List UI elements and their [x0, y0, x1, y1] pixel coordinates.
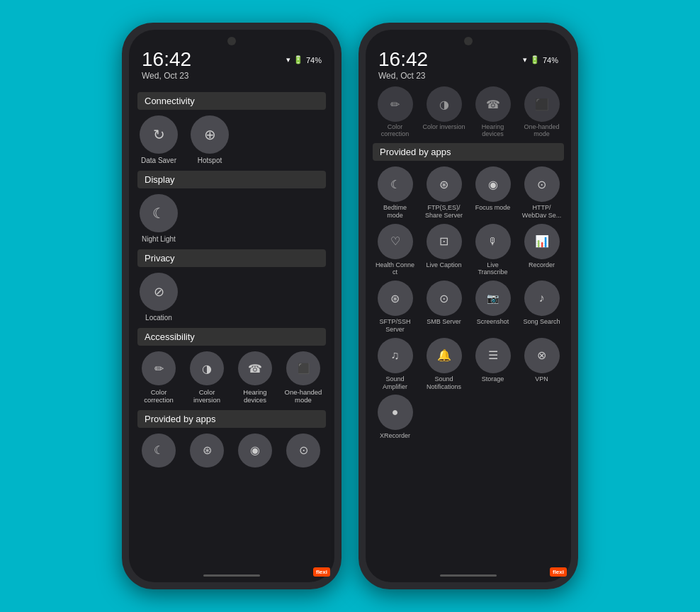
sound-notifications-icon[interactable]: 🔔 — [427, 338, 462, 373]
tile-sound-amplifier[interactable]: ♫ Sound Amplifier — [373, 338, 417, 391]
tile-one-handed-mode[interactable]: ⬛ One-handed mode — [282, 351, 324, 404]
xrecorder-icon[interactable]: ● — [378, 395, 413, 430]
tile-sound-notifications[interactable]: 🔔 Sound Notifications — [422, 338, 466, 391]
color-inversion-icon[interactable]: ◑ — [190, 351, 224, 385]
camera-notch — [227, 37, 236, 45]
tile-bedtime-mode[interactable]: ☾ Bedtime mode — [373, 166, 417, 220]
tile-hearing-devices[interactable]: ☎ Hearing devices — [234, 351, 276, 404]
xrecorder-label: XRecorder — [380, 432, 410, 440]
storage-icon[interactable]: ☰ — [475, 338, 511, 373]
data-saver-icon[interactable]: ↻ — [140, 115, 178, 154]
partial-tile-1[interactable]: ◑ Color inversion — [422, 86, 466, 137]
hearing-devices-icon[interactable]: ☎ — [238, 351, 272, 385]
tile-song-search[interactable]: ♪ Song Search — [519, 280, 564, 334]
sftp-ssh-label: SFTP/SSH Server — [375, 318, 416, 334]
partial-tile-3[interactable]: ⬛ One-handed mode — [519, 86, 564, 137]
sound-amplifier-label: Sound Amplifier — [375, 375, 416, 391]
tile-ftp-share-server[interactable]: ⊛ FTP(S,ES)/ Share Server — [422, 166, 466, 220]
tile-bedtime[interactable]: ☾ — [137, 434, 180, 468]
ftp-icon[interactable]: ⊛ — [190, 434, 224, 468]
one-handed-mode-icon[interactable]: ⬛ — [286, 351, 320, 385]
tile-night-light[interactable]: ☾ Night Light — [137, 194, 180, 244]
focus-mode-icon[interactable]: ◉ — [475, 166, 511, 202]
partial-tile-2[interactable]: ☎ Hearing devices — [470, 86, 515, 137]
tile-http[interactable]: ⊙ — [282, 434, 324, 468]
tile-color-inversion[interactable]: ◑ Color inversion — [186, 351, 228, 404]
song-search-icon[interactable]: ♪ — [524, 280, 560, 316]
tile-focus-mode[interactable]: ◉ Focus mode — [470, 166, 515, 220]
http-webdav-icon[interactable]: ⊙ — [524, 166, 560, 202]
live-caption-icon[interactable]: ⊡ — [427, 224, 462, 259]
bedtime-mode-label: Bedtime mode — [375, 204, 416, 220]
sftp-ssh-icon[interactable]: ⊛ — [378, 280, 413, 316]
storage-label: Storage — [482, 375, 504, 383]
night-light-icon[interactable]: ☾ — [140, 194, 178, 232]
partial-label-0: Color correction — [373, 123, 417, 137]
bedtime-icon[interactable]: ☾ — [142, 434, 176, 468]
app-tiles-grid: ☾ Bedtime mode ⊛ FTP(S,ES)/ Share Server… — [373, 166, 564, 440]
battery-icon: 🔋 — [293, 55, 303, 64]
tile-vpn[interactable]: ⊗ VPN — [519, 338, 564, 391]
section-display: Display — [137, 171, 326, 188]
left-flexi-badge: flexi — [313, 567, 330, 577]
ftp-share-icon[interactable]: ⊛ — [427, 166, 462, 202]
battery-pct: 74% — [306, 56, 322, 64]
screenshot-icon[interactable]: 📷 — [475, 280, 511, 316]
section-accessibility: Accessibility — [137, 328, 326, 346]
tile-health-connect[interactable]: ♡ Health Conne ct — [373, 224, 417, 277]
right-battery-pct: 74% — [543, 56, 558, 64]
ftp-share-label: FTP(S,ES)/ Share Server — [424, 204, 465, 220]
live-caption-label: Live Caption — [426, 261, 461, 269]
right-phone-screen: 16:42 Wed, Oct 23 ▾ 🔋 74% ✏ Color correc… — [366, 30, 571, 582]
sound-amplifier-icon[interactable]: ♫ — [378, 338, 413, 373]
tile-hotspot[interactable]: ⊕ Hotspot — [188, 115, 231, 165]
tile-recorder[interactable]: 📊 Recorder — [519, 224, 564, 277]
tile-storage[interactable]: ☰ Storage — [470, 338, 515, 391]
live-transcribe-icon[interactable]: 🎙 — [475, 224, 511, 259]
location-icon[interactable]: ⊘ — [140, 273, 178, 311]
right-scroll-content: ✏ Color correction ◑ Color inversion ☎ H… — [366, 84, 571, 572]
tile-xrecorder[interactable]: ● XRecorder — [373, 395, 417, 440]
partial-color-correction-icon[interactable]: ✏ — [378, 86, 413, 122]
health-connect-icon[interactable]: ♡ — [378, 224, 413, 259]
partial-label-2: Hearing devices — [470, 123, 515, 137]
partial-hearing-devices-icon[interactable]: ☎ — [475, 86, 511, 122]
tile-sftp-ssh[interactable]: ⊛ SFTP/SSH Server — [373, 280, 417, 334]
data-saver-label: Data Saver — [141, 157, 176, 165]
hotspot-icon[interactable]: ⊕ — [191, 115, 229, 154]
tile-focus[interactable]: ◉ — [234, 434, 276, 468]
tile-live-transcribe[interactable]: 🎙 Live Transcribe — [470, 224, 515, 277]
tile-ftp[interactable]: ⊛ — [186, 434, 228, 468]
wifi-icon: ▾ — [286, 55, 290, 64]
connectivity-tiles: ↻ Data Saver ⊕ Hotspot — [137, 115, 326, 165]
health-connect-label: Health Conne ct — [375, 261, 416, 277]
tile-location[interactable]: ⊘ Location — [137, 273, 180, 322]
color-correction-icon[interactable]: ✏ — [142, 351, 176, 385]
right-home-bar — [440, 574, 497, 577]
smb-server-icon[interactable]: ⊙ — [427, 280, 462, 316]
tile-http-webdav[interactable]: ⊙ HTTP/ WebDav Se... — [519, 166, 564, 220]
partial-tile-0[interactable]: ✏ Color correction — [373, 86, 417, 137]
tile-live-caption[interactable]: ⊡ Live Caption — [422, 224, 466, 277]
right-status-bar: 16:42 Wed, Oct 23 ▾ 🔋 74% — [366, 45, 571, 84]
tile-color-correction[interactable]: ✏ Color correction — [137, 351, 180, 404]
http-icon[interactable]: ⊙ — [286, 434, 320, 468]
left-phone: 16:42 Wed, Oct 23 ▾ 🔋 74% Connectivity ↻… — [122, 23, 341, 589]
vpn-icon[interactable]: ⊗ — [524, 338, 560, 373]
tile-screenshot[interactable]: 📷 Screenshot — [470, 280, 515, 334]
vpn-label: VPN — [535, 375, 548, 383]
partial-color-inversion-icon[interactable]: ◑ — [427, 86, 462, 122]
bedtime-mode-icon[interactable]: ☾ — [378, 166, 413, 202]
one-handed-mode-label: One-handed mode — [283, 388, 323, 404]
hearing-devices-label: Hearing devices — [235, 388, 275, 404]
tile-smb-server[interactable]: ⊙ SMB Server — [422, 280, 466, 334]
section-connectivity: Connectivity — [137, 92, 326, 110]
night-light-label: Night Light — [142, 235, 176, 244]
location-label: Location — [145, 314, 172, 322]
tile-data-saver[interactable]: ↻ Data Saver — [137, 115, 180, 165]
partial-label-1: Color inversion — [422, 123, 466, 130]
focus-icon[interactable]: ◉ — [238, 434, 272, 468]
recorder-icon[interactable]: 📊 — [524, 224, 560, 259]
partial-one-handed-icon[interactable]: ⬛ — [524, 86, 560, 122]
http-webdav-label: HTTP/ WebDav Se... — [521, 204, 563, 220]
